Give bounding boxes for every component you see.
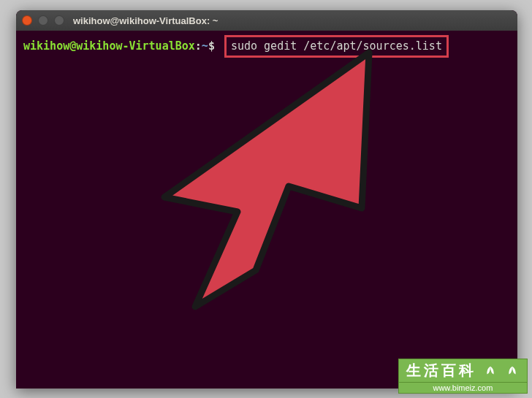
window-controls	[22, 15, 64, 26]
maximize-button[interactable]	[54, 15, 64, 26]
prompt-colon: :	[195, 39, 202, 53]
highlighted-command: sudo gedit /etc/apt/sources.list	[224, 35, 449, 58]
terminal-window: wikihow@wikihow-VirtualBox: ~ wikihow@wi…	[16, 10, 517, 389]
watermark: 生活百科 www.bimeiz.com	[398, 359, 528, 394]
window-titlebar[interactable]: wikihow@wikihow-VirtualBox: ~	[16, 10, 517, 31]
close-button[interactable]	[22, 15, 32, 26]
window-title: wikihow@wikihow-VirtualBox: ~	[73, 15, 218, 26]
watermark-title: 生活百科	[398, 359, 528, 383]
terminal-body[interactable]: wikihow@wikihow-VirtualBox:~$ sudo gedit…	[16, 31, 517, 62]
leaf-icon	[484, 365, 497, 378]
watermark-url: www.bimeiz.com	[398, 383, 528, 394]
prompt-user-host: wikihow@wikihow-VirtualBox	[23, 39, 195, 53]
prompt-line: wikihow@wikihow-VirtualBox:~$ sudo gedit…	[23, 35, 510, 58]
leaf-icon	[506, 365, 519, 378]
minimize-button[interactable]	[38, 15, 48, 26]
prompt-path: ~	[202, 39, 208, 53]
prompt-dollar: $	[208, 39, 215, 53]
